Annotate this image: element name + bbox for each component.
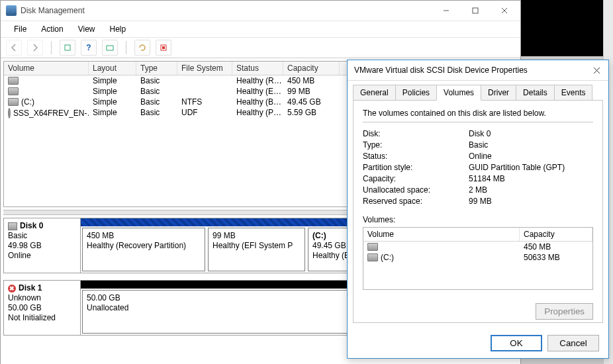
partition[interactable]: 50.00 GBUnallocated [82, 290, 379, 334]
lbl-capacity: Capacity: [363, 174, 469, 183]
col-status[interactable]: Status [232, 62, 283, 75]
disk-size: 50.00 GB [8, 303, 76, 313]
lbl-disk: Disk: [363, 129, 469, 138]
volume-fs [177, 75, 232, 86]
tab-policies[interactable]: Policies [395, 85, 437, 101]
forward-button[interactable] [27, 40, 43, 56]
volume-type: Basic [136, 75, 177, 86]
menu-help[interactable]: Help [103, 23, 133, 35]
volume-fs: UDF [177, 107, 232, 119]
close-button[interactable] [490, 1, 519, 20]
lbl-status: Status: [363, 152, 469, 161]
drive-icon [8, 98, 19, 106]
back-button[interactable] [6, 40, 22, 56]
volume-fs: NTFS [177, 97, 232, 107]
refresh-button[interactable] [134, 40, 150, 56]
drive-icon [8, 77, 19, 85]
lbl-unalloc: Unallocated space: [363, 185, 469, 195]
svg-rect-5 [107, 46, 113, 50]
volume-name: (C:) [21, 97, 34, 107]
tab-driver[interactable]: Driver [481, 85, 516, 101]
col-capacity[interactable]: Capacity [283, 62, 340, 75]
partition-status: Unallocated [87, 303, 375, 313]
col-layout[interactable]: Layout [89, 62, 136, 75]
volume-capacity: 49.45 GB [283, 97, 340, 107]
dialog-close-button[interactable] [589, 64, 604, 77]
menu-view[interactable]: View [71, 23, 102, 35]
drive-icon [8, 87, 19, 95]
volume-layout: Simple [89, 86, 136, 97]
svg-rect-1 [473, 8, 478, 13]
val-pstyle: GUID Partition Table (GPT) [469, 163, 565, 172]
volume-type: Basic [136, 107, 177, 119]
disk-state: Online [8, 251, 76, 261]
window-title: Disk Management [21, 6, 85, 15]
mini-volume-name: (C:) [381, 253, 394, 262]
val-type: Basic [469, 140, 488, 150]
list-item[interactable]: 450 MB [363, 242, 592, 252]
partition-status: Healthy (Recovery Partition) [87, 241, 201, 251]
partition[interactable]: 450 MBHealthy (Recovery Partition) [82, 228, 205, 271]
titlebar[interactable]: Disk Management [1, 1, 520, 21]
volume-status: Healthy (P… [232, 107, 283, 119]
toolbar-separator [51, 41, 52, 54]
toolbar-btn-2[interactable] [102, 40, 118, 56]
dialog-title: VMware Virtual disk SCSI Disk Device Pro… [354, 66, 528, 75]
toolbar-btn-1[interactable] [60, 40, 75, 56]
tab-events[interactable]: Events [554, 85, 593, 101]
help-button[interactable]: ? [81, 40, 97, 56]
volume-name: SSS_X64FREV_EN-… [13, 109, 89, 118]
menu-action[interactable]: Action [34, 23, 70, 35]
mini-volume-capacity: 450 MB [520, 242, 592, 252]
val-status: Online [469, 152, 492, 161]
disk-type: Unknown [8, 293, 76, 303]
toolbar-btn-3[interactable] [156, 40, 171, 56]
disk-state: Not Initialized [8, 313, 76, 323]
volume-capacity: 99 MB [283, 86, 340, 97]
volume-status: Healthy (B… [232, 97, 283, 107]
mini-col-volume[interactable]: Volume [363, 228, 520, 241]
tab-general[interactable]: General [353, 85, 396, 101]
error-icon: ✖ [8, 285, 16, 293]
col-type[interactable]: Type [136, 62, 177, 75]
val-disk: Disk 0 [469, 129, 491, 138]
optical-disc-icon [8, 108, 11, 118]
disk-title: Disk 0 [20, 221, 43, 231]
lbl-reserved: Reserved space: [363, 197, 469, 206]
col-filesystem[interactable]: File System [177, 62, 232, 75]
volume-layout: Simple [89, 97, 136, 107]
dialog-button-row: OK Cancel [348, 328, 608, 358]
partition[interactable]: 99 MBHealthy (EFI System P [208, 228, 305, 271]
disk-info: Disk 0Basic49.98 GBOnline [4, 218, 81, 273]
cancel-button[interactable]: Cancel [547, 335, 599, 351]
partition-size: 450 MB [87, 231, 201, 241]
lbl-type: Type: [363, 140, 469, 150]
volume-capacity: 5.59 GB [283, 107, 340, 119]
dialog-tabs: GeneralPoliciesVolumesDriverDetailsEvent… [348, 81, 608, 101]
partition-size: 50.00 GB [87, 293, 375, 303]
mini-volume-table: Volume Capacity 450 MB(C:)50633 MB [363, 227, 593, 290]
volumes-heading: Volumes: [363, 215, 593, 224]
ok-button[interactable]: OK [491, 335, 542, 351]
dialog-intro: The volumes contained on this disk are l… [363, 109, 593, 118]
minimize-button[interactable] [432, 1, 461, 20]
mini-volume-table-header[interactable]: Volume Capacity [363, 228, 592, 242]
tab-details[interactable]: Details [516, 85, 555, 101]
lbl-pstyle: Partition style: [363, 163, 469, 172]
volume-status: Healthy (E… [232, 86, 283, 97]
val-unalloc: 2 MB [469, 185, 487, 195]
volume-fs [177, 86, 232, 97]
menu-file[interactable]: File [7, 23, 33, 35]
list-item[interactable]: (C:)50633 MB [363, 252, 592, 263]
drive-icon [367, 243, 378, 251]
volume-layout: Simple [89, 107, 136, 119]
maximize-button[interactable] [461, 1, 490, 20]
dialog-titlebar[interactable]: VMware Virtual disk SCSI Disk Device Pro… [348, 60, 608, 81]
mini-col-capacity[interactable]: Capacity [520, 228, 592, 241]
val-reserved: 99 MB [469, 197, 492, 206]
drive-icon [367, 253, 378, 261]
disk-info: ✖Disk 1Unknown50.00 GBNot Initialized [4, 281, 81, 335]
tab-volumes[interactable]: Volumes [436, 85, 481, 101]
col-volume[interactable]: Volume [4, 62, 89, 75]
volume-properties-button[interactable]: Properties [536, 303, 593, 320]
